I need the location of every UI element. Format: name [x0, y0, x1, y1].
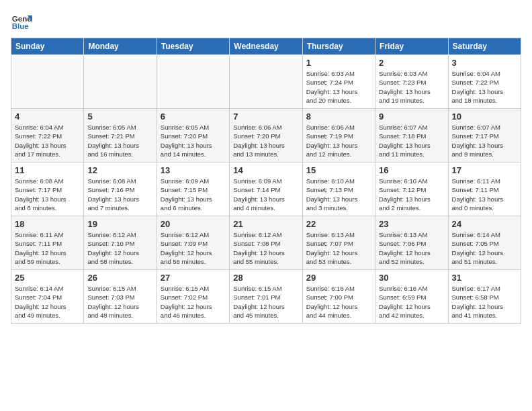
- calendar-header-row: SundayMondayTuesdayWednesdayThursdayFrid…: [11, 38, 521, 55]
- day-info: Sunrise: 6:16 AM Sunset: 7:00 PM Dayligh…: [306, 284, 371, 320]
- day-number: 16: [379, 165, 444, 175]
- calendar-week-row: 4Sunrise: 6:04 AM Sunset: 7:22 PM Daylig…: [11, 109, 521, 163]
- day-number: 30: [379, 273, 444, 283]
- calendar-week-row: 1Sunrise: 6:03 AM Sunset: 7:24 PM Daylig…: [11, 55, 521, 109]
- day-info: Sunrise: 6:14 AM Sunset: 7:05 PM Dayligh…: [452, 230, 517, 266]
- header-tuesday: Tuesday: [157, 38, 229, 55]
- day-info: Sunrise: 6:13 AM Sunset: 7:07 PM Dayligh…: [306, 230, 371, 266]
- day-number: 13: [161, 165, 226, 175]
- calendar-cell: [230, 55, 302, 109]
- day-info: Sunrise: 6:07 AM Sunset: 7:17 PM Dayligh…: [452, 123, 517, 158]
- header-wednesday: Wednesday: [230, 38, 302, 55]
- day-number: 21: [233, 219, 298, 229]
- day-number: 18: [15, 219, 80, 229]
- day-number: 17: [452, 165, 517, 175]
- day-number: 12: [87, 165, 152, 175]
- day-info: Sunrise: 6:16 AM Sunset: 6:59 PM Dayligh…: [379, 284, 444, 320]
- calendar-cell: 14Sunrise: 6:09 AM Sunset: 7:14 PM Dayli…: [230, 163, 302, 216]
- calendar-cell: 7Sunrise: 6:06 AM Sunset: 7:20 PM Daylig…: [230, 109, 302, 163]
- calendar-cell: 20Sunrise: 6:12 AM Sunset: 7:09 PM Dayli…: [157, 216, 229, 270]
- day-info: Sunrise: 6:15 AM Sunset: 7:02 PM Dayligh…: [161, 284, 226, 320]
- day-number: 1: [306, 58, 371, 68]
- day-info: Sunrise: 6:12 AM Sunset: 7:08 PM Dayligh…: [233, 230, 298, 266]
- day-info: Sunrise: 6:13 AM Sunset: 7:06 PM Dayligh…: [379, 230, 444, 266]
- page-header: General Blue: [11, 11, 521, 32]
- day-info: Sunrise: 6:10 AM Sunset: 7:12 PM Dayligh…: [379, 177, 444, 212]
- day-number: 23: [379, 219, 444, 229]
- calendar-cell: 26Sunrise: 6:15 AM Sunset: 7:03 PM Dayli…: [84, 270, 157, 324]
- day-info: Sunrise: 6:06 AM Sunset: 7:19 PM Dayligh…: [306, 123, 371, 158]
- calendar-cell: 16Sunrise: 6:10 AM Sunset: 7:12 PM Dayli…: [375, 163, 448, 216]
- day-number: 9: [379, 111, 444, 122]
- calendar-cell: 12Sunrise: 6:08 AM Sunset: 7:16 PM Dayli…: [84, 163, 157, 216]
- calendar-cell: 24Sunrise: 6:14 AM Sunset: 7:05 PM Dayli…: [448, 216, 521, 270]
- calendar-cell: 30Sunrise: 6:16 AM Sunset: 6:59 PM Dayli…: [375, 270, 448, 324]
- day-number: 22: [306, 219, 371, 229]
- calendar-cell: [84, 55, 157, 109]
- calendar-week-row: 25Sunrise: 6:14 AM Sunset: 7:04 PM Dayli…: [11, 270, 521, 324]
- day-number: 10: [452, 111, 517, 122]
- day-number: 4: [15, 111, 80, 122]
- header-friday: Friday: [375, 38, 448, 55]
- calendar-cell: 19Sunrise: 6:12 AM Sunset: 7:10 PM Dayli…: [84, 216, 157, 270]
- day-number: 11: [15, 165, 80, 175]
- calendar-cell: 15Sunrise: 6:10 AM Sunset: 7:13 PM Dayli…: [302, 163, 375, 216]
- day-number: 28: [233, 273, 298, 283]
- day-number: 8: [306, 111, 371, 122]
- day-number: 29: [306, 273, 371, 283]
- day-info: Sunrise: 6:15 AM Sunset: 7:03 PM Dayligh…: [87, 284, 152, 320]
- header-monday: Monday: [84, 38, 157, 55]
- day-info: Sunrise: 6:10 AM Sunset: 7:13 PM Dayligh…: [306, 177, 371, 212]
- calendar-cell: 11Sunrise: 6:08 AM Sunset: 7:17 PM Dayli…: [11, 163, 84, 216]
- calendar-cell: 21Sunrise: 6:12 AM Sunset: 7:08 PM Dayli…: [230, 216, 302, 270]
- calendar-cell: 22Sunrise: 6:13 AM Sunset: 7:07 PM Dayli…: [302, 216, 375, 270]
- calendar-cell: 17Sunrise: 6:11 AM Sunset: 7:11 PM Dayli…: [448, 163, 521, 216]
- logo: General Blue: [11, 11, 36, 32]
- day-info: Sunrise: 6:08 AM Sunset: 7:17 PM Dayligh…: [15, 177, 80, 212]
- svg-text:Blue: Blue: [12, 22, 30, 30]
- day-number: 19: [87, 219, 152, 229]
- day-info: Sunrise: 6:05 AM Sunset: 7:20 PM Dayligh…: [161, 123, 226, 158]
- calendar-cell: [157, 55, 229, 109]
- day-number: 31: [452, 273, 517, 283]
- day-number: 5: [87, 111, 152, 122]
- calendar-cell: 13Sunrise: 6:09 AM Sunset: 7:15 PM Dayli…: [157, 163, 229, 216]
- calendar-cell: 9Sunrise: 6:07 AM Sunset: 7:18 PM Daylig…: [375, 109, 448, 163]
- day-info: Sunrise: 6:05 AM Sunset: 7:21 PM Dayligh…: [87, 123, 152, 158]
- header-sunday: Sunday: [11, 38, 84, 55]
- day-info: Sunrise: 6:17 AM Sunset: 6:58 PM Dayligh…: [452, 284, 517, 320]
- day-info: Sunrise: 6:14 AM Sunset: 7:04 PM Dayligh…: [15, 284, 80, 320]
- calendar-week-row: 18Sunrise: 6:11 AM Sunset: 7:11 PM Dayli…: [11, 216, 521, 270]
- day-number: 25: [15, 273, 80, 283]
- day-number: 2: [379, 58, 444, 68]
- calendar-cell: 3Sunrise: 6:04 AM Sunset: 7:22 PM Daylig…: [448, 55, 521, 109]
- calendar-cell: [11, 55, 84, 109]
- calendar-cell: 25Sunrise: 6:14 AM Sunset: 7:04 PM Dayli…: [11, 270, 84, 324]
- day-info: Sunrise: 6:12 AM Sunset: 7:09 PM Dayligh…: [161, 230, 226, 266]
- calendar-week-row: 11Sunrise: 6:08 AM Sunset: 7:17 PM Dayli…: [11, 163, 521, 216]
- calendar-cell: 27Sunrise: 6:15 AM Sunset: 7:02 PM Dayli…: [157, 270, 229, 324]
- day-info: Sunrise: 6:08 AM Sunset: 7:16 PM Dayligh…: [87, 177, 152, 212]
- calendar-cell: 2Sunrise: 6:03 AM Sunset: 7:23 PM Daylig…: [375, 55, 448, 109]
- calendar-cell: 28Sunrise: 6:15 AM Sunset: 7:01 PM Dayli…: [230, 270, 302, 324]
- calendar-cell: 8Sunrise: 6:06 AM Sunset: 7:19 PM Daylig…: [302, 109, 375, 163]
- day-info: Sunrise: 6:06 AM Sunset: 7:20 PM Dayligh…: [233, 123, 298, 158]
- day-number: 6: [161, 111, 226, 122]
- calendar-cell: 10Sunrise: 6:07 AM Sunset: 7:17 PM Dayli…: [448, 109, 521, 163]
- calendar-cell: 18Sunrise: 6:11 AM Sunset: 7:11 PM Dayli…: [11, 216, 84, 270]
- day-number: 7: [233, 111, 298, 122]
- day-number: 27: [161, 273, 226, 283]
- header-thursday: Thursday: [302, 38, 375, 55]
- day-number: 20: [161, 219, 226, 229]
- calendar-cell: 1Sunrise: 6:03 AM Sunset: 7:24 PM Daylig…: [302, 55, 375, 109]
- day-info: Sunrise: 6:04 AM Sunset: 7:22 PM Dayligh…: [15, 123, 80, 158]
- day-number: 15: [306, 165, 371, 175]
- calendar-cell: 31Sunrise: 6:17 AM Sunset: 6:58 PM Dayli…: [448, 270, 521, 324]
- day-number: 26: [87, 273, 152, 283]
- day-number: 3: [452, 58, 517, 68]
- calendar-table: SundayMondayTuesdayWednesdayThursdayFrid…: [11, 38, 521, 324]
- day-info: Sunrise: 6:07 AM Sunset: 7:18 PM Dayligh…: [379, 123, 444, 158]
- day-info: Sunrise: 6:03 AM Sunset: 7:23 PM Dayligh…: [379, 69, 444, 105]
- day-info: Sunrise: 6:03 AM Sunset: 7:24 PM Dayligh…: [306, 69, 371, 105]
- day-info: Sunrise: 6:09 AM Sunset: 7:14 PM Dayligh…: [233, 177, 298, 212]
